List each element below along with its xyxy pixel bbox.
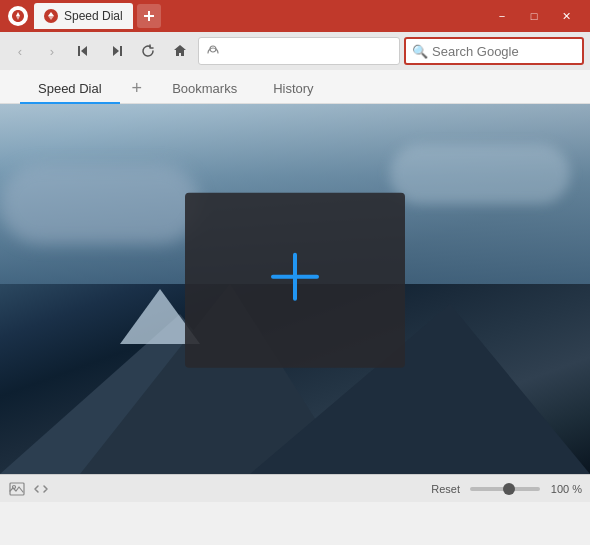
browser-tab-bar: Speed Dial [34,3,480,29]
main-content [0,104,590,474]
address-security-icon [205,43,221,59]
status-code-icon [32,480,50,498]
back-button[interactable]: ‹ [6,37,34,65]
add-dial-icon [265,246,325,314]
reset-button[interactable]: Reset [427,483,464,495]
window-controls: − □ ✕ [486,0,582,32]
reload-button[interactable] [134,37,162,65]
close-button[interactable]: ✕ [550,0,582,32]
minimize-button[interactable]: − [486,0,518,32]
slider-track[interactable] [470,487,540,491]
slider-thumb[interactable] [503,483,515,495]
browser-tab-speeddial[interactable]: Speed Dial [34,3,133,29]
tab-add-button[interactable]: + [120,73,155,103]
status-bar: Reset 100 % [0,474,590,502]
cloud-left [0,164,200,244]
page-tab-nav: Speed Dial + Bookmarks History [0,70,590,104]
search-input[interactable] [432,44,590,59]
navigation-bar: ‹ › 🔍 [0,32,590,70]
svg-rect-3 [120,46,122,56]
home-end-button[interactable] [102,37,130,65]
tab-favicon [44,9,58,23]
tab-history[interactable]: History [255,73,331,104]
tab-speed-dial[interactable]: Speed Dial [20,73,120,104]
zoom-level: 100 % [546,483,582,495]
forward-button[interactable]: › [38,37,66,65]
new-tab-button[interactable] [137,4,161,28]
tab-bookmarks[interactable]: Bookmarks [154,73,255,104]
status-image-icon [8,480,26,498]
svg-rect-1 [144,15,154,17]
address-bar[interactable] [198,37,400,65]
home-button[interactable] [166,37,194,65]
search-icon: 🔍 [412,44,428,59]
url-input[interactable] [225,44,393,59]
browser-tab-label: Speed Dial [64,9,123,23]
cloud-right [390,144,570,204]
add-dial-card[interactable] [185,193,405,368]
maximize-button[interactable]: □ [518,0,550,32]
search-bar[interactable]: 🔍 [404,37,584,65]
home-start-button[interactable] [70,37,98,65]
svg-rect-2 [78,46,80,56]
app-logo [8,6,28,26]
title-bar: Speed Dial − □ ✕ [0,0,590,32]
zoom-slider[interactable] [470,487,540,491]
